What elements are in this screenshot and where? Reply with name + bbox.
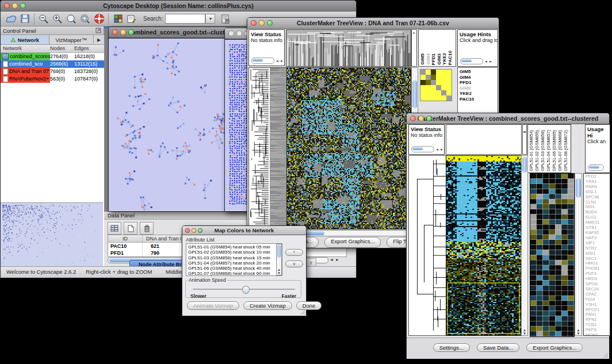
zoom-button[interactable]	[426, 116, 432, 121]
tv2-zoom-heatmap[interactable]	[530, 173, 575, 337]
scroll-down-arrow[interactable]: ▼	[523, 332, 526, 335]
treeview-button[interactable]: Export Graphics...	[526, 343, 583, 352]
scroll-down-arrow[interactable]: ▼	[577, 332, 580, 335]
gene-label[interactable]: PFD1	[460, 80, 498, 86]
scroll-right-arrow[interactable]: ►	[335, 258, 339, 262]
column-label[interactable]: GPL51-01 (GSM854)	[529, 130, 534, 171]
close-button[interactable]	[228, 30, 234, 36]
attribute-list-item[interactable]: GPL51-03 (GSM856) heat shock 15 min	[188, 255, 275, 260]
gene-label[interactable]: YKE2	[460, 91, 498, 97]
zoom-button[interactable]	[267, 20, 273, 26]
scroll-right-arrow[interactable]: ►	[440, 148, 443, 151]
usage-hints-scrollbar[interactable]	[588, 164, 604, 171]
column-label[interactable]: GPL51-02 (GSM855)	[535, 130, 540, 171]
open-file-button[interactable]	[4, 13, 18, 25]
slider-thumb[interactable]	[242, 286, 250, 294]
search-dropdown-button[interactable]: ▼	[205, 14, 215, 24]
column-label[interactable]: GPL51-03 (GSM856)	[541, 130, 546, 171]
column-label[interactable]: GIM5	[420, 53, 426, 65]
zoom-fit-button[interactable]	[64, 13, 78, 25]
tv1-row-dendrogram[interactable]	[248, 67, 288, 229]
attribute-list-item[interactable]: GPL51-07 (GSM868) heat shock 60 min	[188, 271, 275, 276]
main-titlebar[interactable]: Cytoscape Desktop (Session Name: collins…	[1, 1, 356, 12]
tv1-heatmap[interactable]	[286, 67, 411, 229]
column-label[interactable]: GPL51-06 (GSM865)	[552, 130, 557, 171]
tv1-correlation-matrix[interactable]	[420, 69, 452, 101]
dialog-button[interactable]: Done	[296, 301, 322, 310]
dialog-button[interactable]: Animate Vizmap	[187, 301, 239, 310]
zoom-selected-button[interactable]	[78, 13, 92, 25]
network-row[interactable]: combined_scores 2764(0) 16218(0)	[1, 53, 104, 60]
attribute-list-item[interactable]: GPL51-06 (GSM865) heat shock 40 min	[188, 266, 275, 271]
view-status-scrollbar[interactable]	[411, 146, 434, 152]
gene-label[interactable]: PAC10	[460, 97, 498, 102]
tab-network[interactable]: Network	[1, 35, 49, 44]
tiny-scroll-arrow[interactable]: ◂▸	[523, 130, 526, 133]
attribute-list-item[interactable]: GPL51-02 (GSM855) heat shock 10 min	[188, 250, 275, 255]
tab-vizmapper[interactable]: VizMapper™	[49, 35, 94, 44]
scroll-left-arrow[interactable]: ◄	[276, 59, 279, 63]
tv2-global-heatmap[interactable]	[446, 155, 522, 336]
attribute-list-scrollbar[interactable]: ▲▼	[276, 244, 282, 275]
tv2-row-dendrogram[interactable]	[408, 155, 446, 336]
column-label[interactable]: GPL51-07 (GSM868)	[558, 130, 563, 171]
delete-attribute-button[interactable]	[140, 222, 154, 235]
resize-grip[interactable]	[300, 309, 305, 315]
close-button[interactable]	[185, 228, 190, 233]
tiny-scroll-arrow[interactable]: ▸	[412, 31, 416, 35]
column-label[interactable]: GPL51-08 (GSM872)	[564, 130, 569, 171]
scroll-right-arrow[interactable]: ►	[489, 60, 492, 63]
gene-label[interactable]: GIM4	[460, 75, 498, 81]
scroll-left-arrow[interactable]: ◄	[330, 258, 334, 262]
column-label[interactable]: YKE2	[442, 53, 447, 65]
dialog-button[interactable]: Create Vizmap	[243, 301, 292, 310]
minimize-button[interactable]	[192, 228, 196, 233]
tv2-zoom-vscrollbar[interactable]: ▲▼	[575, 173, 582, 336]
new-attribute-button[interactable]	[124, 222, 137, 235]
column-label[interactable]: GPL51-04 (GSM857)	[546, 130, 552, 171]
scroll-right-arrow[interactable]: ►	[280, 59, 284, 63]
scroll-left-arrow[interactable]: ◄	[484, 60, 488, 63]
help-button[interactable]	[92, 13, 106, 25]
dialog-titlebar[interactable]: Map Colors to Network	[182, 226, 306, 235]
save-button[interactable]	[18, 13, 32, 25]
close-button[interactable]	[410, 116, 416, 121]
zoom-button[interactable]	[128, 29, 134, 35]
birdseye-view[interactable]	[1, 202, 103, 266]
close-button[interactable]	[4, 3, 10, 9]
minimize-button[interactable]	[12, 3, 18, 9]
treeview-button[interactable]: Export Graphics...	[324, 237, 381, 248]
gene-label[interactable]: GIM5	[460, 69, 498, 75]
attribute-select-button[interactable]	[108, 222, 121, 235]
minimize-button[interactable]	[236, 30, 242, 36]
close-button[interactable]	[251, 20, 257, 26]
animation-speed-slider[interactable]	[193, 289, 295, 290]
network-row[interactable]: combined_sco 2569(6) 13112(15)	[1, 60, 104, 68]
move-down-button[interactable]: v	[285, 260, 303, 267]
column-label[interactable]: PFD1	[431, 53, 437, 65]
zoom-button[interactable]	[20, 3, 26, 9]
close-button[interactable]	[112, 29, 118, 35]
scroll-down-arrow[interactable]: ▼	[277, 271, 281, 275]
id-column-header[interactable]: ID	[108, 235, 143, 242]
annotation-button[interactable]	[125, 13, 139, 25]
gene-list-item[interactable]: MON2	[586, 333, 610, 336]
view-status-scrollbar[interactable]	[251, 58, 274, 64]
tv1-column-dendrogram[interactable]	[286, 29, 411, 67]
attribute-list-item[interactable]: GPL51-04 (GSM857) heat shock 20 min	[188, 260, 275, 266]
treeview1-titlebar[interactable]: ClusterMaker TreeView : DNA and Tran 07-…	[247, 18, 499, 29]
usage-hints-scrollbar[interactable]	[460, 58, 483, 64]
treeview-button[interactable]: Save Data...	[477, 343, 519, 352]
column-label[interactable]: GIM4	[426, 53, 431, 65]
zoom-out-button[interactable]	[37, 13, 51, 25]
float-panel-icon[interactable]	[95, 28, 101, 33]
zoom-button[interactable]	[198, 228, 202, 233]
gene-label[interactable]: GIM3	[460, 86, 498, 91]
minimize-button[interactable]	[120, 29, 126, 35]
network-row[interactable]: RNAPuberNov2+ 563(0) 107847(0)	[1, 75, 104, 83]
zoom-in-button[interactable]	[51, 13, 64, 25]
treeview2-titlebar[interactable]: ClusterMaker TreeView : combined_scores_…	[407, 113, 609, 124]
search-input[interactable]	[165, 14, 205, 24]
resize-grip[interactable]	[602, 352, 609, 358]
tv2-global-vscrollbar[interactable]: ▲▼	[521, 155, 528, 336]
